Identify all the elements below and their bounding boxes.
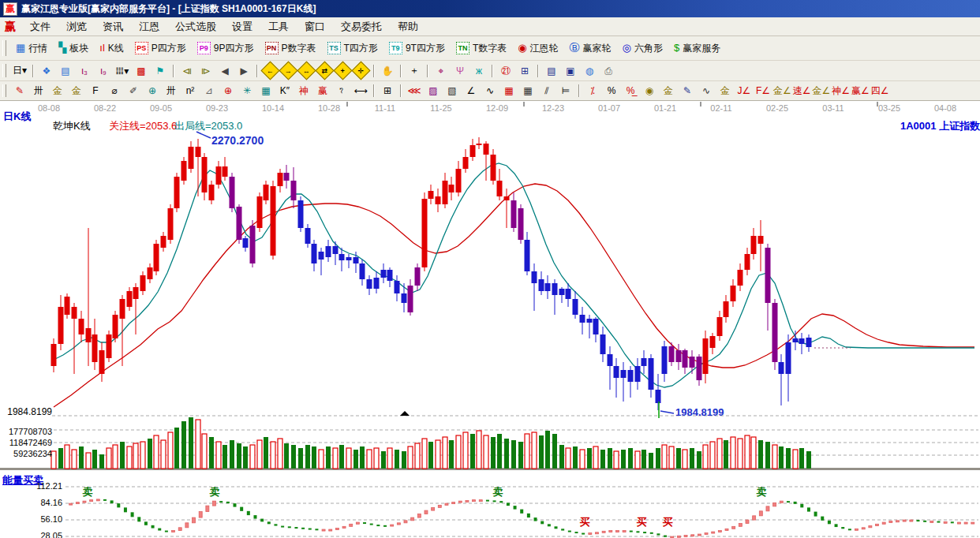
diamond-expand-button[interactable]: ↔ bbox=[297, 61, 316, 80]
t-table-button[interactable]: TNT数字表 bbox=[451, 42, 512, 55]
draw-gold-ruler2-button[interactable]: 金 bbox=[68, 84, 85, 98]
draw-pen-button[interactable]: ✎ bbox=[11, 84, 28, 98]
diamond-left-button[interactable]: ← bbox=[260, 61, 279, 80]
p-table-button[interactable]: PNP数字表 bbox=[260, 42, 322, 55]
draw-percent-line-button[interactable]: ⁒ bbox=[584, 84, 601, 98]
symbol-label[interactable]: 1A0001 上证指数 bbox=[900, 119, 980, 133]
draw-angle-button[interactable]: ⊿ bbox=[200, 84, 218, 98]
draw-percent-bar-button[interactable]: %̲ bbox=[622, 84, 639, 98]
menu-item-6[interactable]: 工具 bbox=[260, 18, 297, 35]
next-button[interactable]: ▶ bbox=[235, 63, 252, 79]
draw-spiral-button[interactable]: ⌀ bbox=[106, 84, 123, 98]
winner-wheel-button[interactable]: Ⓑ赢家轮 bbox=[564, 42, 617, 55]
notes-button[interactable]: ▤ bbox=[543, 63, 560, 79]
draw-hist-button[interactable]: ⊨ bbox=[557, 84, 574, 98]
p-square-button[interactable]: PSP四方形 bbox=[129, 42, 192, 55]
crosshair-button[interactable]: ＋ bbox=[406, 63, 423, 79]
web-save-button[interactable]: ◍ bbox=[581, 63, 598, 79]
draw-measure-button[interactable]: ⟷ bbox=[352, 84, 369, 98]
angle-tool-button[interactable]: ⌖ bbox=[432, 63, 450, 79]
draw-grid123-button[interactable]: ᭢ bbox=[333, 84, 350, 98]
diamond-star-button[interactable]: ✛ bbox=[351, 61, 370, 80]
hand-tool-button[interactable]: ✋ bbox=[379, 63, 396, 79]
draw-line-box-button[interactable]: ▧ bbox=[443, 84, 461, 98]
draw-wave-button[interactable]: ∿ bbox=[481, 84, 499, 98]
pattern-button[interactable]: ▩ bbox=[133, 63, 150, 79]
draw-ying-angle-button[interactable]: 赢∠ bbox=[851, 84, 870, 98]
menu-item-7[interactable]: 窗口 bbox=[297, 18, 333, 35]
draw-gann-circle-button[interactable]: ⊕ bbox=[219, 84, 237, 98]
draw-angle-lines-button[interactable]: ∠ bbox=[462, 84, 480, 98]
draw-gold-level2-button[interactable]: 金 bbox=[716, 84, 734, 98]
toolbar-grip-2[interactable] bbox=[2, 64, 6, 77]
draw-j-angle-button[interactable]: J∠ bbox=[735, 84, 753, 98]
draw-grid-wheel-button[interactable]: ▦ bbox=[257, 84, 275, 98]
draw-grid-dark-button[interactable]: ▦ bbox=[519, 84, 537, 98]
draw-ruler-button[interactable]: 卅 bbox=[163, 84, 180, 98]
draw-shen-button[interactable]: 神 bbox=[295, 84, 312, 98]
menu-item-9[interactable]: 帮助 bbox=[390, 18, 426, 35]
draw-circle-gann-button[interactable]: ⊕ bbox=[144, 84, 161, 98]
calendar-button[interactable]: ㉑ bbox=[497, 63, 514, 79]
draw-f-ruler-button[interactable]: F bbox=[87, 84, 104, 98]
chart9-button[interactable]: ι₉ bbox=[95, 63, 112, 79]
gann-shape-button[interactable]: Ψ bbox=[451, 63, 469, 79]
t-square-button[interactable]: TST四方形 bbox=[322, 42, 383, 55]
draw-fan-box-button[interactable]: ▨ bbox=[425, 84, 442, 98]
diamond-cross-button[interactable]: + bbox=[333, 61, 352, 80]
title-bar[interactable]: 赢 赢家江恩专业版[赢家内部服务平台] - [上证指数 SH1A0001-167… bbox=[0, 0, 980, 17]
draw-gann-ruler-button[interactable]: 卅 bbox=[30, 84, 47, 98]
draw-pen-ruler-button[interactable]: ✐ bbox=[125, 84, 142, 98]
quote-board-button[interactable]: ▤ bbox=[57, 63, 74, 79]
calculator-button[interactable]: ⊞ bbox=[516, 63, 533, 79]
draw-gold-angle2-button[interactable]: 金∠ bbox=[813, 84, 831, 98]
draw-speed-angle-button[interactable]: 速∠ bbox=[793, 84, 811, 98]
toolbar-grip-3[interactable] bbox=[2, 84, 6, 97]
menu-item-5[interactable]: 设置 bbox=[224, 18, 260, 35]
color-flag-button[interactable]: ⚑ bbox=[151, 63, 169, 79]
menu-item-8[interactable]: 交易委托 bbox=[333, 18, 390, 35]
draw-f-angle-button[interactable]: F∠ bbox=[754, 84, 772, 98]
sectors-button[interactable]: ▚板块 bbox=[53, 42, 94, 55]
draw-wave2-button[interactable]: ∿ bbox=[698, 84, 715, 98]
menu-item-4[interactable]: 公式选股 bbox=[167, 18, 224, 35]
chart3-button[interactable]: ι₃ bbox=[76, 63, 93, 79]
draw-percent-button[interactable]: % bbox=[603, 84, 620, 98]
diamond-right-button[interactable]: → bbox=[279, 61, 297, 80]
quotes-button[interactable]: ▦行情 bbox=[10, 42, 53, 55]
save-button[interactable]: ▣ bbox=[562, 63, 579, 79]
draw-gold-level-button[interactable]: 金 bbox=[660, 84, 677, 98]
kline-button[interactable]: ılK线 bbox=[94, 42, 129, 55]
candle-style-dropdown[interactable]: 𝍖▾ bbox=[114, 63, 131, 79]
period-dropdown[interactable]: 日▾ bbox=[11, 63, 28, 79]
draw-pen2-button[interactable]: ✎ bbox=[679, 84, 696, 98]
draw-gold-ruler1-button[interactable]: 金 bbox=[49, 84, 66, 98]
draw-four-angle-button[interactable]: 四∠ bbox=[871, 84, 889, 98]
toolbar-grip[interactable] bbox=[2, 40, 6, 56]
menu-item-3[interactable]: 江恩 bbox=[131, 18, 167, 35]
print-button[interactable]: ⎙ bbox=[600, 63, 617, 79]
menu-item-1[interactable]: 浏览 bbox=[58, 18, 95, 35]
gann-wheel-button[interactable]: ◉江恩轮 bbox=[512, 42, 563, 55]
first-page-button[interactable]: ⧏ bbox=[178, 63, 196, 79]
period-label[interactable]: 日K线 bbox=[3, 110, 31, 124]
draw-grid-red-button[interactable]: ▦ bbox=[500, 84, 518, 98]
last-page-button[interactable]: ⧐ bbox=[197, 63, 215, 79]
diamond-compress-button[interactable]: ⇄ bbox=[315, 61, 334, 80]
menu-item-0[interactable]: 文件 bbox=[22, 18, 58, 35]
hexagon-button[interactable]: ◎六角形 bbox=[617, 42, 668, 55]
network-view-button[interactable]: ❖ bbox=[38, 63, 55, 79]
draw-k-quote-button[interactable]: K″ bbox=[276, 84, 294, 98]
9t-square-button[interactable]: T99T四方形 bbox=[383, 42, 451, 55]
draw-box-button[interactable]: ⊞ bbox=[379, 84, 396, 98]
kline-chart-canvas[interactable] bbox=[0, 101, 980, 538]
9p-square-button[interactable]: P99P四方形 bbox=[192, 42, 260, 55]
draw-parallel-button[interactable]: ⫽ bbox=[538, 84, 555, 98]
chart-area[interactable]: 日K线 乾坤K线 关注线=2053.6 出局线=2053.0 2270.2700… bbox=[0, 101, 980, 538]
draw-gold-circle-button[interactable]: ◉ bbox=[641, 84, 658, 98]
draw-n2-button[interactable]: n² bbox=[181, 84, 199, 98]
brain-shape-button[interactable]: ж bbox=[470, 63, 488, 79]
draw-gold-angle-button[interactable]: 金∠ bbox=[773, 84, 791, 98]
draw-ying-button[interactable]: 赢 bbox=[314, 84, 331, 98]
draw-spoke-wheel-button[interactable]: ✳ bbox=[238, 84, 256, 98]
